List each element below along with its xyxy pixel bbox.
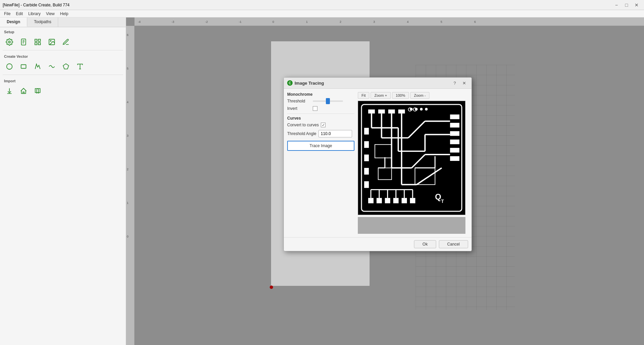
left-panel: Design Toolpaths Setup bbox=[0, 17, 126, 345]
svg-rect-2 bbox=[35, 39, 37, 41]
svg-rect-72 bbox=[364, 181, 369, 188]
svg-point-8 bbox=[7, 64, 12, 70]
rectangle-tool-icon[interactable] bbox=[18, 61, 29, 72]
svg-rect-62 bbox=[368, 198, 374, 203]
dialog-controls: ? ✕ bbox=[451, 80, 468, 86]
form-divider bbox=[287, 114, 354, 114]
divider-1 bbox=[3, 50, 123, 50]
node-tool-icon[interactable] bbox=[32, 61, 43, 72]
cancel-button[interactable]: Cancel bbox=[439, 240, 468, 248]
invert-label: Invert bbox=[287, 106, 311, 111]
tab-design[interactable]: Design bbox=[0, 17, 27, 27]
carbide-logo: C bbox=[287, 80, 293, 86]
import-book-icon[interactable] bbox=[32, 86, 43, 96]
svg-rect-40 bbox=[450, 123, 459, 128]
svg-rect-38 bbox=[425, 108, 428, 111]
image-icon[interactable] bbox=[46, 37, 57, 47]
import-file-icon[interactable] bbox=[18, 86, 29, 96]
import-arrow-icon[interactable] bbox=[4, 86, 15, 96]
svg-text:Q: Q bbox=[435, 192, 442, 201]
invert-row: Invert bbox=[287, 106, 354, 111]
preview-gray-bar bbox=[358, 217, 465, 234]
ok-button[interactable]: Ok bbox=[414, 240, 436, 248]
threshold-angle-input[interactable] bbox=[318, 130, 352, 137]
preview-image: Q T bbox=[358, 101, 465, 215]
svg-rect-39 bbox=[450, 115, 459, 119]
menu-file[interactable]: File bbox=[1, 11, 13, 17]
svg-rect-34 bbox=[398, 110, 405, 114]
convert-to-curves-checkbox[interactable] bbox=[321, 123, 326, 127]
monochrome-section-title: Monochrome bbox=[287, 92, 354, 97]
zoom-out-button[interactable]: Zoom - bbox=[410, 92, 429, 99]
modal-overlay: C Image Tracing ? ✕ Monochrome bbox=[126, 17, 644, 345]
titlebar: [NewFile] - Carbide Create, Build 774 − … bbox=[0, 0, 644, 10]
curves-section-title: Curves bbox=[287, 116, 354, 121]
pentagon-tool-icon[interactable] bbox=[61, 61, 71, 72]
minimize-button[interactable]: − bbox=[612, 2, 621, 8]
svg-rect-4 bbox=[35, 43, 37, 45]
dialog-help-button[interactable]: ? bbox=[451, 80, 459, 86]
threshold-slider[interactable] bbox=[313, 100, 343, 102]
svg-rect-68 bbox=[364, 128, 369, 135]
trace-image-button[interactable]: Trace Image bbox=[287, 141, 354, 151]
import-tools-row bbox=[0, 84, 126, 98]
svg-rect-65 bbox=[393, 198, 399, 203]
svg-rect-41 bbox=[450, 131, 459, 136]
section-import-label: Import bbox=[0, 76, 126, 84]
svg-rect-63 bbox=[377, 198, 382, 203]
create-vector-tools-row bbox=[0, 60, 126, 73]
zoom-100-button[interactable]: 100% bbox=[392, 92, 409, 99]
dialog-title-text: Image Tracing bbox=[295, 81, 324, 86]
threshold-angle-row: Threshold Angle bbox=[287, 130, 354, 137]
svg-point-7 bbox=[50, 40, 51, 41]
threshold-row: Threshold bbox=[287, 99, 354, 103]
section-setup-label: Setup bbox=[0, 27, 126, 35]
polyline-tool-icon[interactable] bbox=[46, 61, 57, 72]
svg-rect-71 bbox=[364, 168, 369, 175]
circle-tool-icon[interactable] bbox=[4, 61, 15, 72]
dialog-footer: Ok Cancel bbox=[284, 237, 471, 251]
svg-point-0 bbox=[8, 41, 10, 43]
zoom-in-button[interactable]: Zoom + bbox=[371, 92, 391, 99]
svg-rect-70 bbox=[364, 155, 369, 161]
gear-icon[interactable] bbox=[4, 37, 15, 47]
svg-rect-5 bbox=[38, 43, 40, 45]
image-tracing-dialog: C Image Tracing ? ✕ Monochrome bbox=[283, 77, 472, 251]
svg-rect-37 bbox=[420, 108, 423, 111]
svg-rect-66 bbox=[402, 198, 407, 203]
app-title: [NewFile] - Carbide Create, Build 774 bbox=[3, 3, 70, 7]
invert-checkbox[interactable] bbox=[313, 106, 317, 111]
menu-edit[interactable]: Edit bbox=[13, 11, 26, 17]
convert-to-curves-row: Convert to curves bbox=[287, 123, 354, 127]
svg-text:T: T bbox=[441, 199, 444, 204]
tab-toolpaths[interactable]: Toolpaths bbox=[27, 17, 58, 27]
svg-rect-3 bbox=[38, 39, 40, 41]
fit-button[interactable]: Fit bbox=[358, 92, 369, 99]
pencil-icon[interactable] bbox=[61, 37, 71, 47]
pcb-preview-svg: Q T bbox=[358, 101, 465, 215]
threshold-angle-label: Threshold Angle bbox=[287, 131, 316, 136]
menu-help[interactable]: Help bbox=[58, 11, 71, 17]
svg-rect-43 bbox=[450, 148, 459, 153]
menu-library[interactable]: Library bbox=[26, 11, 43, 17]
tab-bar: Design Toolpaths bbox=[0, 17, 126, 27]
close-button[interactable]: ✕ bbox=[632, 2, 641, 8]
document-icon[interactable] bbox=[18, 37, 29, 47]
svg-rect-32 bbox=[378, 110, 385, 114]
preview-area: Fit Zoom + 100% Zoom - bbox=[358, 92, 468, 234]
svg-rect-9 bbox=[21, 65, 26, 69]
canvas-area: -4 -3 -2 -1 0 1 2 3 4 5 6 6 5 4 3 2 1 bbox=[126, 17, 644, 345]
menu-view[interactable]: View bbox=[43, 11, 58, 17]
maximize-button[interactable]: □ bbox=[622, 2, 631, 8]
svg-rect-67 bbox=[410, 198, 415, 203]
svg-marker-10 bbox=[63, 64, 69, 69]
threshold-label: Threshold bbox=[287, 99, 311, 103]
dialog-titlebar: C Image Tracing ? ✕ bbox=[284, 78, 471, 89]
dialog-close-button[interactable]: ✕ bbox=[460, 80, 468, 86]
svg-rect-31 bbox=[368, 110, 375, 114]
svg-rect-69 bbox=[364, 141, 369, 148]
svg-rect-44 bbox=[450, 156, 459, 161]
grid-icon[interactable] bbox=[32, 37, 43, 47]
text-tool-icon[interactable] bbox=[75, 61, 85, 72]
preview-toolbar: Fit Zoom + 100% Zoom - bbox=[358, 92, 468, 99]
